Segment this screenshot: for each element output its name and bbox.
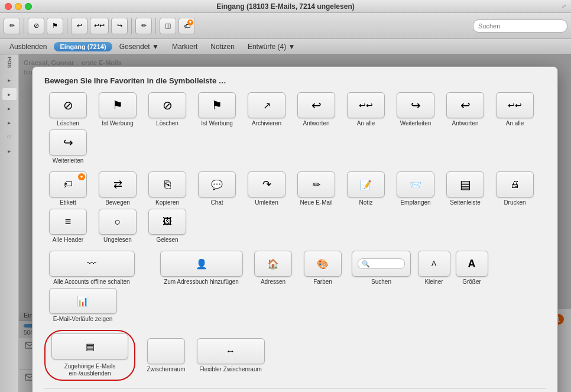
tab-markiert[interactable]: Markiert [166,41,203,53]
toggle-emails-btn[interactable]: ▤ [51,333,128,359]
toolbar-search-input[interactable] [473,20,567,33]
icon-zwischenraum[interactable]: Zwischenraum [142,338,190,373]
icon-alle-header[interactable]: ≡ Alle Header [44,209,92,244]
icon-notiz[interactable]: 📝 Notiz [342,171,390,206]
archivieren-btn[interactable]: ↗ [248,92,286,118]
icon-farben[interactable]: 🎨 Farben [299,251,346,286]
icon-weiterleiten1[interactable]: ↪ Weiterleiten [392,92,439,127]
icon-kopieren[interactable]: ⎘ Kopieren [144,171,191,206]
gelesen-btn[interactable]: 🖼 [148,209,186,235]
etikett-btn[interactable]: 🏷 ▼ [49,171,87,197]
flex-zwischenraum-btn[interactable]: ↔ [197,338,265,364]
forward-btn[interactable]: ↪ [111,18,128,34]
tab-eingang[interactable]: Eingang (7214) [54,42,112,51]
icon-suchen-field[interactable]: 🔍 Suchen [349,251,414,286]
loeschen1-btn[interactable]: ⊘ [49,92,87,118]
icon-adressbuch[interactable]: 👤 Zum Adressbuch hinzufügen [155,251,247,286]
icon-antworten1[interactable]: ↩ Antworten [293,92,340,127]
sidebar-item-4[interactable]: ▸ [2,116,17,128]
sidebar-item-2[interactable]: ▸ [2,88,17,100]
zoom-button[interactable] [25,3,32,10]
icon-werbung1[interactable]: ⚑ Ist Werbung [94,92,141,127]
an-alle1-btn[interactable]: ↩↩ [347,92,385,118]
icon-antworten2[interactable]: ↩ Antworten [442,92,489,127]
icon-adressen[interactable]: 🏠 Adressen [249,251,297,286]
bewegen-label: Bewegen [105,199,130,206]
icon-chat[interactable]: 💬 Chat [193,171,241,206]
reply-all-btn[interactable]: ↩↩ [90,18,109,34]
icon-kleiner[interactable]: A Kleiner [416,251,452,286]
icon-offline[interactable]: 〰 Alle Accounts offline schalten [44,251,139,286]
antworten1-btn[interactable]: ↩ [297,92,335,118]
sidebar-item-5[interactable]: ▸ [2,145,17,157]
icon-umleiten[interactable]: ↷ Umleiten [243,171,290,206]
tab-ausblenden[interactable]: Ausblenden [4,41,53,53]
empfangen-btn[interactable]: 📨 [397,171,434,197]
chat-btn[interactable]: 💬 [198,171,236,197]
kleiner-label: Kleiner [424,278,443,286]
werbung2-btn[interactable]: ⚑ [198,92,236,118]
kopieren-btn[interactable]: ⎘ [148,171,186,197]
spam-btn[interactable]: ⚑ [47,18,63,34]
kleiner-btn[interactable]: A [418,251,450,277]
minimize-button[interactable] [15,3,22,10]
archive-btn[interactable]: ◫ [160,18,176,34]
email-verlaeufe-btn[interactable]: 📊 [49,288,117,314]
ungelesen-btn[interactable]: ○ [99,209,137,235]
neue-email-btn[interactable]: ✏ [297,171,335,197]
weiterleiten1-btn[interactable]: ↪ [397,92,434,118]
icon-drucken[interactable]: 🖨 Drucken [491,171,538,206]
icon-empfangen[interactable]: 📨 Empfangen [392,171,439,206]
icon-etikett[interactable]: 🏷 ▼ Etikett [44,171,92,206]
icon-groesser[interactable]: A Größer [454,251,489,286]
icon-seitenleiste[interactable]: ▤ Seitenleiste [442,171,489,206]
label-btn[interactable]: 🏷 ▼ [179,18,195,34]
drucken-btn[interactable]: 🖨 [496,171,534,197]
offline-btn[interactable]: 〰 [49,251,135,277]
seitenleiste-btn[interactable]: ▤ [446,171,484,197]
block-btn[interactable]: ⊘ [28,18,44,34]
werbung1-btn[interactable]: ⚑ [99,92,137,118]
farben-btn[interactable]: 🎨 [304,251,342,277]
compose-btn[interactable]: ✏ [135,18,152,34]
resize-icon[interactable]: ⤢ [562,3,566,9]
umleiten-btn[interactable]: ↷ [248,171,286,197]
weiterleiten2-btn[interactable]: ↪ [49,129,87,155]
an-alle2-btn[interactable]: ↩↩ [496,92,534,118]
sidebar-item-3[interactable]: ▸ [2,102,17,114]
antworten2-btn[interactable]: ↩ [446,92,484,118]
icon-toggle-emails[interactable]: ▤ Zugehörige E-Mails ein-/ausblenden [44,330,135,381]
alle-header-btn[interactable]: ≡ [49,209,87,235]
icon-weiterleiten2[interactable]: ↪ Weiterleiten [44,129,92,164]
notiz-btn[interactable]: 📝 [347,171,385,197]
sidebar-item-google[interactable]: G [2,131,17,142]
close-button[interactable] [5,3,12,10]
icon-bewegen[interactable]: ⇄ Bewegen [94,171,141,206]
sidebar-item-1[interactable]: ▸ [2,74,17,86]
icon-archivieren[interactable]: ↗ Archivieren [243,92,290,127]
reply-btn[interactable]: ↩ [71,18,87,34]
suchen-field-btn[interactable]: 🔍 [352,251,411,277]
icon-gelesen[interactable]: 🖼 Gelesen [144,209,191,244]
empfangen-label: Empfangen [400,199,430,206]
tab-gesendet[interactable]: Gesendet ▼ [113,41,165,53]
groesser-btn[interactable]: A [456,251,488,277]
compose-icon-btn[interactable]: ✏ [4,18,20,34]
icon-loeschen2[interactable]: ⊘ Löschen [144,92,191,127]
adressen-btn[interactable]: 🏠 [254,251,292,277]
tab-notizen[interactable]: Notizen [205,41,241,53]
bewegen-btn[interactable]: ⇄ [99,171,137,197]
icon-email-verlaeufe[interactable]: 📊 E-Mail-Verläufe zeigen [44,288,121,323]
icon-an-alle1[interactable]: ↩↩ An alle [342,92,390,127]
icon-flex-zwischenraum[interactable]: ↔ Flexibler Zwischenraum [192,338,269,373]
loeschen2-btn[interactable]: ⊘ [148,92,186,118]
icon-werbung2[interactable]: ⚑ Ist Werbung [193,92,241,127]
tab-entwuerfe[interactable]: Entwürfe (4) ▼ [242,41,301,53]
alle-header-label: Alle Header [53,237,83,244]
zwischenraum-btn[interactable] [147,338,185,364]
icon-ungelesen[interactable]: ○ Ungelesen [94,209,141,244]
icon-neue-email[interactable]: ✏ Neue E-Mail [293,171,340,206]
icon-an-alle2[interactable]: ↩↩ An alle [491,92,538,127]
adressbuch-btn[interactable]: 👤 [160,251,243,277]
icon-loeschen1[interactable]: ⊘ Löschen [44,92,92,127]
